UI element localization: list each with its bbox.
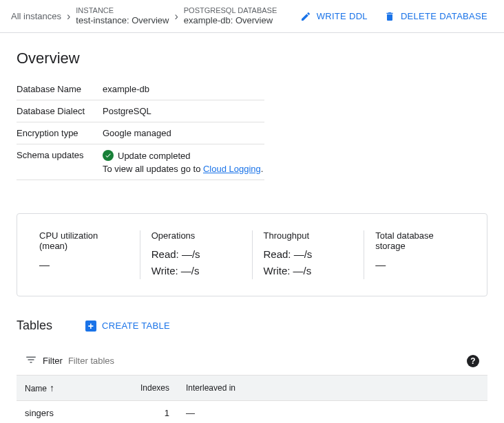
tables-title: Tables [17,318,52,333]
info-label: Database Name [17,78,103,100]
breadcrumb-instance-value: test-instance: Overview [76,15,169,27]
info-label: Schema updates [17,144,103,180]
col-header-name[interactable]: Name↑ [17,376,116,401]
delete-database-button[interactable]: DELETE DATABASE [379,6,493,28]
database-info-table: Database Name example-db Database Dialec… [17,78,264,180]
schema-hint-prefix: To view all updates go to [103,164,203,174]
cell-name: singers [17,401,116,424]
metric-cpu: CPU utilization (mean) — [28,230,140,279]
pencil-icon [300,11,311,22]
plus-icon: + [85,321,96,332]
schema-status-text: Update completed [118,151,191,161]
filter-label: Filter [43,356,63,366]
schema-hint-suffix: . [261,164,264,174]
cell-indexes: 1 [116,401,178,424]
breadcrumb-instance[interactable]: INSTANCE test-instance: Overview [76,6,169,27]
metric-label: Operations [151,230,241,241]
page-title: Overview [0,33,504,78]
info-value: example-db [103,78,264,100]
info-value: Update completed To view all updates go … [103,144,264,180]
chevron-right-icon: › [67,10,70,23]
write-ddl-label: WRITE DDL [317,11,368,21]
info-row-db-name: Database Name example-db [17,78,264,100]
info-label: Encryption type [17,122,103,144]
chevron-right-icon: › [174,10,178,23]
metric-throughput: Throughput Read: —/s Write: —/s [253,230,365,279]
metric-value-read: Read: —/s [151,246,241,263]
info-value: Google managed [103,122,264,144]
table-row[interactable]: singers 1 — [17,401,487,424]
metrics-card: CPU utilization (mean) — Operations Read… [17,213,487,296]
filter-row: Filter ? [17,347,487,376]
tables-data-table: Name↑ Indexes Interleaved in singers 1 — [17,376,487,423]
metric-operations: Operations Read: —/s Write: —/s [140,230,253,279]
tables-section: Tables + CREATE TABLE Filter ? Name↑ Ind… [17,318,487,423]
cell-interleaved: — [178,401,487,424]
metric-value-read: Read: —/s [264,246,353,263]
trash-icon [384,11,395,22]
filter-icon [25,354,37,368]
info-row-encryption: Encryption type Google managed [17,122,264,144]
info-value: PostgreSQL [103,100,264,122]
info-label: Database Dialect [17,100,103,122]
delete-database-label: DELETE DATABASE [401,11,487,21]
breadcrumb: All instances › INSTANCE test-instance: … [0,0,504,33]
info-row-dialect: Database Dialect PostgreSQL [17,100,264,122]
sort-ascending-icon: ↑ [50,382,54,393]
col-header-interleaved[interactable]: Interleaved in [178,376,487,401]
metric-label: CPU utilization (mean) [39,230,129,251]
breadcrumb-database[interactable]: POSTGRESQL DATABASE example-db: Overview [184,6,277,27]
metric-label: Throughput [264,230,353,241]
write-ddl-button[interactable]: WRITE DDL [295,6,373,28]
breadcrumb-database-label: POSTGRESQL DATABASE [184,6,277,15]
metric-storage: Total database storage — [364,230,476,279]
breadcrumb-root[interactable]: All instances [11,11,61,21]
breadcrumb-database-value: example-db: Overview [184,15,277,27]
create-table-label: CREATE TABLE [102,321,170,331]
metric-value-write: Write: —/s [264,263,353,279]
info-row-schema: Schema updates Update completed To view … [17,144,264,180]
create-table-button[interactable]: + CREATE TABLE [85,321,170,332]
metric-value: — [375,257,465,273]
breadcrumb-instance-label: INSTANCE [76,6,169,15]
metric-value-write: Write: —/s [151,263,241,279]
col-header-indexes[interactable]: Indexes [116,376,178,401]
filter-input[interactable] [68,356,461,366]
help-icon[interactable]: ? [467,355,479,367]
cloud-logging-link[interactable]: Cloud Logging [203,164,261,174]
metric-label: Total database storage [375,230,465,251]
metric-value: — [39,257,129,273]
check-circle-icon [103,150,114,161]
